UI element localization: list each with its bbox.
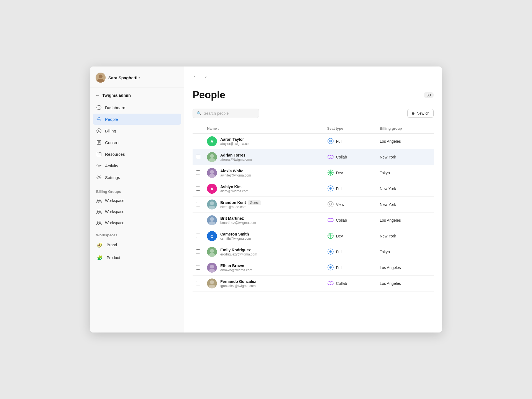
sidebar-item-settings[interactable]: Settings [93, 172, 181, 183]
seat-icon [327, 154, 334, 161]
table-row[interactable]: Emily Rodriguez erodriguez@twigma.com Fu… [193, 244, 434, 260]
billing-group-item[interactable]: Workspace [93, 195, 181, 206]
seat-label: View [336, 202, 344, 207]
sidebar-item-content[interactable]: Content [93, 137, 181, 148]
people-group-icon [96, 198, 102, 203]
seat-label: Collab [336, 155, 347, 159]
table-row[interactable]: Brandon KentGuest bkent@huge.com View Ne… [193, 197, 434, 213]
workspace-item-product[interactable]: 🧩 Product [93, 252, 181, 264]
person-email: bmartinez@twigma.com [220, 221, 256, 225]
person-name: Brit Martinez [220, 216, 256, 221]
seat-cell: Full [327, 138, 373, 145]
billing-group-cell: Los Angeles [376, 276, 434, 291]
row-checkbox[interactable] [196, 218, 200, 222]
table-row[interactable]: Fernando Gonzalez fgonzalez@twigma.com C… [193, 276, 434, 291]
svg-point-23 [330, 155, 333, 158]
sidebar-item-label: People [105, 117, 118, 122]
svg-point-36 [328, 201, 333, 207]
gear-icon [96, 175, 102, 180]
avatar [207, 200, 217, 209]
sidebar-item-billing[interactable]: $ Billing [93, 125, 181, 136]
sidebar-item-resources[interactable]: Resources [93, 149, 181, 160]
plus-icon: ⊕ [411, 111, 415, 116]
person-name: Cameron Smith [220, 232, 251, 236]
back-arrow-button[interactable]: ‹ [191, 73, 199, 80]
table-row[interactable]: A Ashlyn Kim akim@twigma.com Full New Yo… [193, 181, 434, 197]
workspace-item-brand[interactable]: 🥑 Brand [93, 239, 181, 251]
billing-group-cell: Los Angeles [376, 260, 434, 276]
back-nav[interactable]: ← Twigma admin [90, 88, 184, 100]
row-checkbox[interactable] [196, 265, 200, 270]
person-email: atorres@twigma.com [220, 158, 252, 162]
svg-point-17 [99, 221, 101, 223]
row-checkbox[interactable] [196, 281, 200, 285]
table-row[interactable]: Brit Martinez bmartinez@twigma.com Colla… [193, 213, 434, 228]
search-input[interactable] [204, 111, 255, 116]
billing-group-cell: New York [376, 149, 434, 165]
person-cell: C Cameron Smith csmith@twigma.com [204, 228, 324, 244]
seat-label: Dev [336, 234, 343, 238]
avatar: A [207, 184, 217, 194]
billing-group-cell: New York [376, 181, 434, 197]
billing-group-item[interactable]: Workspace [93, 206, 181, 217]
person-name: Brandon KentGuest [220, 200, 261, 205]
billing-group-cell: Los Angeles [376, 134, 434, 149]
person-cell: A Ashlyn Kim akim@twigma.com [204, 181, 324, 197]
svg-point-14 [97, 210, 99, 212]
row-checkbox[interactable] [196, 155, 200, 159]
table-row[interactable]: C Cameron Smith csmith@twigma.com Dev Ne… [193, 228, 434, 244]
person-email: fgonzalez@twigma.com [220, 284, 256, 288]
svg-point-42 [330, 218, 333, 222]
header-seat-type: Seat type [324, 124, 377, 134]
row-checkbox-cell [193, 276, 204, 291]
avatar: C [207, 231, 217, 241]
new-channel-button[interactable]: ⊕ New ch [407, 109, 434, 118]
search-box[interactable]: 🔍 [193, 109, 259, 118]
sidebar-item-dashboard[interactable]: Dashboard [93, 102, 181, 113]
sidebar-item-activity[interactable]: Activity [93, 160, 181, 171]
row-checkbox[interactable] [196, 170, 200, 175]
people-table: Name ↓ Seat type Billing group A Aaron T… [193, 124, 434, 291]
svg-point-16 [97, 221, 99, 223]
workspace-label: Brand [107, 243, 117, 247]
seat-type-cell: Collab [324, 149, 377, 165]
svg-point-13 [99, 199, 101, 201]
billing-group-cell: New York [376, 197, 434, 213]
seat-icon [327, 232, 334, 240]
row-checkbox[interactable] [196, 186, 200, 191]
row-checkbox[interactable] [196, 139, 200, 143]
svg-point-34 [210, 201, 214, 205]
sidebar-item-label: Content [105, 140, 120, 145]
avatar [207, 247, 217, 257]
row-checkbox-cell [193, 197, 204, 213]
svg-point-1 [99, 75, 103, 78]
select-all-checkbox[interactable] [196, 126, 200, 130]
table-row[interactable]: Alexis White awhite@twigma.com Dev Tokyo [193, 165, 434, 181]
svg-point-15 [99, 210, 101, 212]
person-name: Ashlyn Kim [220, 185, 249, 189]
seat-label: Full [336, 250, 342, 254]
billing-group-value: New York [380, 234, 396, 238]
content-area: People 30 🔍 ⊕ New ch [184, 84, 442, 332]
search-icon: 🔍 [197, 111, 201, 116]
billing-group-value: Los Angeles [380, 265, 401, 270]
row-checkbox[interactable] [196, 249, 200, 254]
billing-groups-list: Workspace Workspace [90, 195, 184, 229]
billing-icon: $ [96, 128, 102, 134]
table-row[interactable]: A Aaron Taylor ataylor@twigma.com Full L… [193, 134, 434, 149]
person-cell: Adrian Torres atorres@twigma.com [204, 149, 324, 165]
billing-group-value: Los Angeles [380, 139, 401, 144]
billing-group-item[interactable]: Workspace [93, 218, 181, 228]
forward-arrow-button[interactable]: › [202, 73, 210, 80]
row-checkbox[interactable] [196, 234, 200, 238]
billing-group-label: Workspace [105, 198, 124, 203]
header-name[interactable]: Name ↓ [204, 124, 324, 134]
billing-group-value: New York [380, 186, 396, 191]
seat-icon [327, 264, 334, 272]
billing-group-value: Los Angeles [380, 218, 401, 222]
seat-icon [327, 138, 334, 145]
row-checkbox[interactable] [196, 202, 200, 206]
sidebar-item-people[interactable]: People [93, 114, 181, 125]
table-row[interactable]: Adrian Torres atorres@twigma.com Collab … [193, 149, 434, 165]
table-row[interactable]: Ethan Brown ebrown@twigma.com Full Los A… [193, 260, 434, 276]
